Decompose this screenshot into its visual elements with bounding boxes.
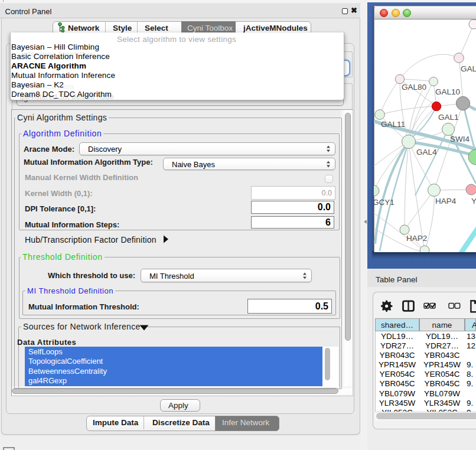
- svg-text:GAL4: GAL4: [416, 148, 437, 156]
- svg-text:GAL10: GAL10: [435, 87, 460, 96]
- svg-text:GAL1: GAL1: [438, 113, 459, 122]
- svg-text:GAL2: GAL2: [461, 64, 476, 73]
- svg-text:HAP2: HAP2: [406, 234, 427, 243]
- svg-text:HAP4: HAP4: [435, 197, 457, 206]
- svg-text:Y: Y: [471, 197, 476, 206]
- svg-text:GCY1: GCY1: [374, 198, 395, 207]
- svg-text:GAL80: GAL80: [402, 83, 426, 92]
- svg-text:SWI4: SWI4: [450, 135, 470, 144]
- svg-text:GAL11: GAL11: [381, 120, 405, 129]
